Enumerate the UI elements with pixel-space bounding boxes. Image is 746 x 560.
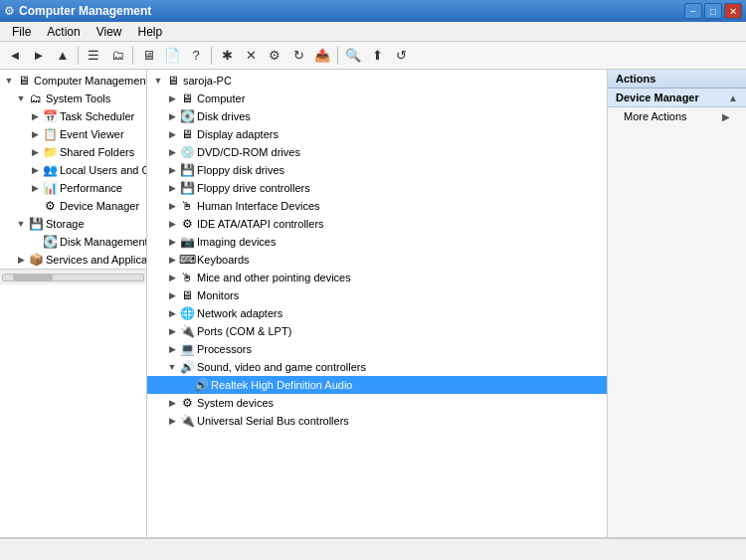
mice-icon: 🖱 (179, 270, 195, 285)
expand-computer[interactable]: ▶ (165, 92, 179, 105)
scroll-track[interactable] (2, 274, 144, 281)
expand-floppy-controllers[interactable]: ▶ (165, 181, 179, 195)
expand-ports[interactable]: ▶ (165, 324, 179, 338)
device-monitors[interactable]: ▶ 🖥 Monitors (147, 286, 607, 304)
help-button[interactable]: ? (185, 45, 207, 67)
expand-event-viewer[interactable]: ▶ (28, 127, 42, 141)
device-disk-drives[interactable]: ▶ 💽 Disk drives (147, 107, 607, 125)
device-sound-video[interactable]: ▼ 🔊 Sound, video and game controllers (147, 358, 607, 376)
usb-label: Universal Serial Bus controllers (197, 415, 349, 427)
expand-computer-mgmt[interactable]: ▼ (2, 74, 16, 88)
device-processors[interactable]: ▶ 💻 Processors (147, 340, 607, 358)
monitors-label: Monitors (197, 289, 239, 301)
refresh-button[interactable]: ↻ (287, 45, 309, 67)
expand-system-devices[interactable]: ▶ (165, 396, 179, 410)
scroll-thumb[interactable] (13, 275, 53, 280)
expand-local-users[interactable]: ▶ (28, 163, 42, 177)
restore-button[interactable]: □ (704, 3, 722, 19)
device-floppy-disk[interactable]: ▶ 💾 Floppy disk drives (147, 161, 607, 179)
left-item-system-tools[interactable]: ▼ 🗂 System Tools (0, 90, 146, 107)
connect-button[interactable]: 🖥 (137, 45, 159, 67)
device-root[interactable]: ▼ 🖥 saroja-PC (147, 72, 607, 90)
expand-network[interactable]: ▶ (165, 306, 179, 320)
device-network[interactable]: ▶ 🌐 Network adapters (147, 304, 607, 322)
delete-button[interactable]: ✕ (240, 45, 262, 67)
more-actions-icon: ▶ (722, 111, 730, 122)
keyboards-label: Keyboards (197, 254, 250, 266)
left-item-shared-folders[interactable]: ▶ 📁 Shared Folders (0, 143, 146, 161)
device-mice[interactable]: ▶ 🖱 Mice and other pointing devices (147, 269, 607, 286)
expand-ide-ata[interactable]: ▶ (165, 217, 179, 231)
tree-button[interactable]: 🗂 (106, 45, 128, 67)
expand-floppy-disk[interactable]: ▶ (165, 163, 179, 177)
device-realtek[interactable]: ▶ 🔊 Realtek High Definition Audio (147, 376, 607, 394)
left-panel-scrollbar[interactable] (0, 269, 146, 284)
minimize-button[interactable]: − (684, 3, 702, 19)
usb-icon: 🔌 (179, 413, 195, 429)
device-floppy-controllers[interactable]: ▶ 💾 Floppy drive controllers (147, 179, 607, 197)
expand-monitors[interactable]: ▶ (165, 288, 179, 302)
left-item-computer-mgmt[interactable]: ▼ 🖥 Computer Management (Local (0, 72, 146, 90)
services-apps-icon: 📦 (28, 252, 44, 268)
device-display-adapters[interactable]: ▶ 🖥 Display adapters (147, 125, 607, 143)
expand-processors[interactable]: ▶ (165, 342, 179, 356)
device-system-devices[interactable]: ▶ ⚙ System devices (147, 394, 607, 412)
expand-sound-video[interactable]: ▼ (165, 360, 179, 374)
revert-button[interactable]: ↺ (390, 45, 412, 67)
device-hid[interactable]: ▶ 🖱 Human Interface Devices (147, 197, 607, 215)
expand-storage[interactable]: ▼ (14, 217, 28, 231)
expand-system-tools[interactable]: ▼ (14, 92, 28, 105)
expand-root[interactable]: ▼ (151, 74, 165, 88)
realtek-label: Realtek High Definition Audio (211, 379, 352, 391)
expand-task-scheduler[interactable]: ▶ (28, 109, 42, 123)
expand-performance[interactable]: ▶ (28, 181, 42, 195)
close-button[interactable]: ✕ (724, 3, 742, 19)
expand-usb[interactable]: ▶ (165, 414, 179, 428)
left-item-performance[interactable]: ▶ 📊 Performance (0, 179, 146, 197)
menu-action[interactable]: Action (39, 23, 88, 41)
left-item-storage[interactable]: ▼ 💾 Storage (0, 215, 146, 233)
left-item-disk-mgmt[interactable]: ▶ 💽 Disk Management (0, 233, 146, 251)
more-actions[interactable]: More Actions ▶ (608, 107, 746, 125)
device-computer[interactable]: ▶ 🖥 Computer (147, 90, 607, 107)
props2-button[interactable]: ⚙ (264, 45, 285, 67)
expand-services-apps[interactable]: ▶ (14, 253, 28, 267)
expand-disk-drives[interactable]: ▶ (165, 109, 179, 123)
scan-button[interactable]: 🔍 (342, 45, 364, 67)
left-item-local-users[interactable]: ▶ 👥 Local Users and Groups (0, 161, 146, 179)
device-imaging[interactable]: ▶ 📷 Imaging devices (147, 233, 607, 251)
expand-display-adapters[interactable]: ▶ (165, 127, 179, 141)
menu-view[interactable]: View (89, 23, 130, 41)
back-button[interactable]: ◄ (4, 45, 26, 67)
expand-imaging[interactable]: ▶ (165, 235, 179, 249)
expand-keyboards[interactable]: ▶ (165, 253, 179, 267)
update-button[interactable]: ⬆ (366, 45, 388, 67)
left-item-services-apps[interactable]: ▶ 📦 Services and Applications (0, 251, 146, 269)
expand-hid[interactable]: ▶ (165, 199, 179, 213)
status-bar (0, 538, 746, 560)
more-actions-label: More Actions (624, 110, 687, 122)
device-ide-ata[interactable]: ▶ ⚙ IDE ATA/ATAPI controllers (147, 215, 607, 233)
left-item-event-viewer[interactable]: ▶ 📋 Event Viewer (0, 125, 146, 143)
mice-label: Mice and other pointing devices (197, 272, 351, 283)
left-item-task-scheduler[interactable]: ▶ 📅 Task Scheduler (0, 107, 146, 125)
properties-button[interactable]: 📄 (161, 45, 183, 67)
device-usb[interactable]: ▶ 🔌 Universal Serial Bus controllers (147, 412, 607, 430)
expand-shared-folders[interactable]: ▶ (28, 145, 42, 159)
device-dvd-rom[interactable]: ▶ 💿 DVD/CD-ROM drives (147, 143, 607, 161)
up-button[interactable]: ▲ (52, 45, 74, 67)
new-button[interactable]: ✱ (216, 45, 238, 67)
device-manager-action[interactable]: Device Manager ▲ (608, 89, 746, 107)
menu-help[interactable]: Help (130, 23, 171, 41)
device-keyboards[interactable]: ▶ ⌨ Keyboards (147, 251, 607, 269)
device-ports[interactable]: ▶ 🔌 Ports (COM & LPT) (147, 322, 607, 340)
left-item-device-manager[interactable]: ▶ ⚙ Device Manager (0, 197, 146, 215)
expand-dvd-rom[interactable]: ▶ (165, 145, 179, 159)
menu-file[interactable]: File (4, 23, 39, 41)
show-hide-button[interactable]: ☰ (83, 45, 104, 67)
export-button[interactable]: 📤 (311, 45, 333, 67)
forward-button[interactable]: ► (28, 45, 50, 67)
expand-mice[interactable]: ▶ (165, 271, 179, 284)
toolbar-sep-1 (78, 47, 79, 65)
sound-video-icon: 🔊 (179, 359, 195, 375)
